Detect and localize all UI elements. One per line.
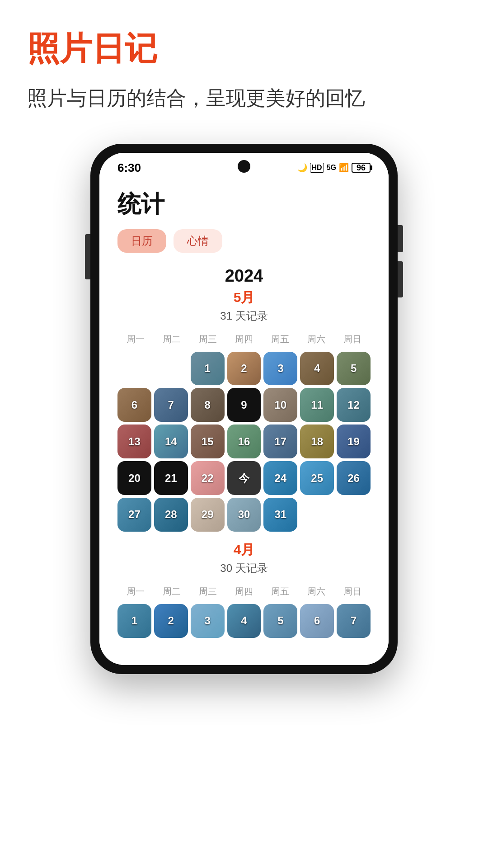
status-icons: 🌙 HD 5G 📶 96 — [297, 163, 371, 173]
cal-day-2[interactable]: 2 — [227, 352, 261, 386]
weekday-thu: 周四 — [226, 331, 262, 347]
cal-day-15[interactable]: 15 — [191, 425, 225, 458]
cal-empty-end2 — [337, 498, 371, 532]
5g-icon: 5G — [327, 164, 336, 172]
cal-day-8[interactable]: 8 — [191, 388, 225, 422]
cal-day-11[interactable]: 11 — [300, 388, 334, 422]
cal-day-25[interactable]: 25 — [300, 461, 334, 495]
april-records: 30 天记录 — [117, 561, 371, 576]
apr-cal-day-3[interactable]: 3 — [191, 604, 225, 638]
page-header: 照片日记 照片与日历的结合，呈现更美好的回忆 — [0, 0, 488, 121]
apr-cal-day-4[interactable]: 4 — [227, 604, 261, 638]
power-button[interactable] — [85, 234, 90, 279]
cal-empty-end1 — [300, 498, 334, 532]
april-label: 4月 — [117, 541, 371, 559]
cal-day-5[interactable]: 5 — [337, 352, 371, 386]
cal-day-28[interactable]: 28 — [154, 498, 188, 532]
cal-day-1[interactable]: 1 — [191, 352, 225, 386]
may-records: 31 天记录 — [117, 309, 371, 323]
apr-weekday-fri: 周五 — [262, 584, 298, 599]
cal-day-12[interactable]: 12 — [337, 388, 371, 422]
apr-cal-day-6[interactable]: 6 — [300, 604, 334, 638]
cal-day-22[interactable]: 22 — [191, 461, 225, 495]
phone-screen: 6:30 🌙 HD 5G 📶 96 统计 日历 心情 2024 — [99, 153, 389, 665]
cal-day-24[interactable]: 24 — [263, 461, 297, 495]
weekday-sun: 周日 — [334, 331, 371, 347]
cal-day-10[interactable]: 10 — [263, 388, 297, 422]
apr-weekday-thu: 周四 — [226, 584, 262, 599]
cal-day-21[interactable]: 21 — [154, 461, 188, 495]
cal-day-13[interactable]: 13 — [117, 425, 151, 458]
apr-weekday-wed: 周三 — [190, 584, 226, 599]
weekday-sat: 周六 — [298, 331, 334, 347]
weekday-wed: 周三 — [190, 331, 226, 347]
apr-weekday-sun: 周日 — [334, 584, 371, 599]
cal-day-today[interactable]: 今 — [227, 461, 261, 495]
volume-down-button[interactable] — [398, 261, 403, 297]
cal-day-31[interactable]: 31 — [263, 498, 297, 532]
cal-day-20[interactable]: 20 — [117, 461, 151, 495]
cal-day-6[interactable]: 6 — [117, 388, 151, 422]
status-time: 6:30 — [117, 161, 141, 175]
signal-icon: 📶 — [339, 163, 349, 173]
cal-day-18[interactable]: 18 — [300, 425, 334, 458]
tab-row: 日历 心情 — [117, 229, 371, 253]
volume-up-button[interactable] — [398, 225, 403, 252]
screen-content: 统计 日历 心情 2024 5月 31 天记录 周一 周二 周三 周四 周五 周… — [99, 179, 389, 665]
phone-frame: 6:30 🌙 HD 5G 📶 96 统计 日历 心情 2024 — [90, 144, 398, 674]
cal-day-7[interactable]: 7 — [154, 388, 188, 422]
april-section: 4月 30 天记录 周一 周二 周三 周四 周五 周六 周日 1 — [117, 541, 371, 638]
apr-cal-day-5[interactable]: 5 — [263, 604, 297, 638]
may-section: 2024 5月 31 天记录 周一 周二 周三 周四 周五 周六 周日 — [117, 266, 371, 532]
status-bar: 6:30 🌙 HD 5G 📶 96 — [99, 153, 389, 179]
apr-cal-day-2[interactable]: 2 — [154, 604, 188, 638]
cal-day-3[interactable]: 3 — [263, 352, 297, 386]
april-weekday-row: 周一 周二 周三 周四 周五 周六 周日 — [117, 584, 371, 599]
cal-day-29[interactable]: 29 — [191, 498, 225, 532]
app-title: 照片日记 — [27, 27, 461, 71]
cal-empty-2 — [154, 352, 188, 386]
cal-day-4[interactable]: 4 — [300, 352, 334, 386]
cal-empty-1 — [117, 352, 151, 386]
april-calendar: 1 2 3 4 5 6 — [117, 604, 371, 638]
weekday-mon: 周一 — [117, 331, 154, 347]
apr-weekday-mon: 周一 — [117, 584, 154, 599]
cal-day-9[interactable]: 9 — [227, 388, 261, 422]
apr-cal-day-7[interactable]: 7 — [337, 604, 371, 638]
may-weekday-row: 周一 周二 周三 周四 周五 周六 周日 — [117, 331, 371, 347]
app-subtitle: 照片与日历的结合，呈现更美好的回忆 — [27, 84, 461, 112]
hd-icon: HD — [310, 163, 324, 173]
battery-icon: 96 — [352, 163, 371, 173]
camera-notch — [238, 160, 250, 173]
weekday-fri: 周五 — [262, 331, 298, 347]
apr-weekday-tue: 周二 — [154, 584, 190, 599]
moon-icon: 🌙 — [297, 163, 307, 173]
cal-day-26[interactable]: 26 — [337, 461, 371, 495]
year-label: 2024 — [117, 266, 371, 286]
apr-weekday-sat: 周六 — [298, 584, 334, 599]
cal-day-19[interactable]: 19 — [337, 425, 371, 458]
screen-title: 统计 — [117, 189, 371, 220]
cal-day-30[interactable]: 30 — [227, 498, 261, 532]
apr-cal-day-1[interactable]: 1 — [117, 604, 151, 638]
may-calendar: 1 2 3 4 5 6 — [117, 352, 371, 532]
cal-day-16[interactable]: 16 — [227, 425, 261, 458]
tab-calendar[interactable]: 日历 — [117, 229, 166, 253]
cal-day-17[interactable]: 17 — [263, 425, 297, 458]
may-label: 5月 — [117, 288, 371, 307]
weekday-tue: 周二 — [154, 331, 190, 347]
cal-day-27[interactable]: 27 — [117, 498, 151, 532]
tab-mood[interactable]: 心情 — [174, 229, 222, 253]
cal-day-14[interactable]: 14 — [154, 425, 188, 458]
